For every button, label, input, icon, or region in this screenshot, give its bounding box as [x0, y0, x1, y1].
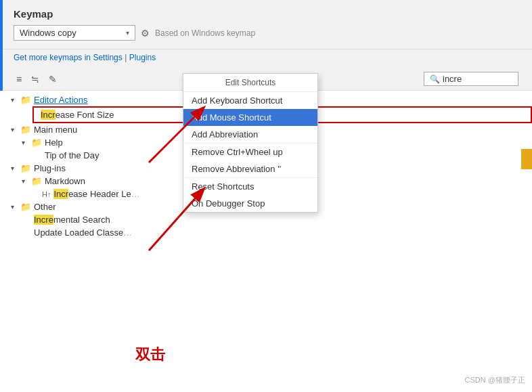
context-menu-title: Edit Shortcuts	[183, 74, 317, 92]
plug-ins-label: Plug-ins	[34, 163, 66, 173]
folder-icon-main-menu: 📁	[20, 125, 31, 135]
collapse-all-button[interactable]: ≒	[28, 72, 42, 86]
edit-button[interactable]: ✎	[46, 72, 60, 86]
settings-link[interactable]: Get more keymaps in Settings	[14, 53, 123, 62]
plugins-link[interactable]: Plugins	[129, 53, 156, 62]
expand-main-menu[interactable]: ▾	[11, 126, 19, 133]
increase-header-label: Increase Header Le…	[53, 189, 139, 199]
incremental-search-label: Incremental Search	[34, 215, 110, 225]
panel-title: Keymap	[14, 8, 518, 20]
increase-font-size-label: Increase Font Size	[41, 110, 114, 120]
keymap-value: Windows copy	[20, 28, 76, 38]
keymap-row: Windows copy ▾ ⚙ Based on Windows keymap	[14, 25, 518, 41]
on-debugger-stop[interactable]: On Debugger Stop	[183, 195, 317, 212]
panel-header: Keymap Windows copy ▾ ⚙ Based on Windows…	[0, 0, 532, 49]
search-box: 🔍	[424, 72, 518, 86]
no-expand-tip	[32, 152, 41, 159]
remove-abbreviation[interactable]: Remove Abbreviation ''	[183, 160, 317, 177]
expand-help[interactable]: ▾	[22, 139, 30, 146]
tree-item-update-loaded[interactable]: Update Loaded Classe…	[0, 226, 532, 239]
expand-all-button[interactable]: ≡	[14, 72, 24, 86]
expand-plug-ins[interactable]: ▾	[11, 165, 19, 172]
expand-editor-actions[interactable]: ▾	[11, 96, 19, 104]
gear-icon[interactable]: ⚙	[141, 28, 150, 39]
settings-panel: Keymap Windows copy ▾ ⚙ Based on Windows…	[0, 0, 532, 392]
help-label: Help	[45, 137, 63, 148]
context-menu: Edit Shortcuts Add Keyboard Shortcut Add…	[183, 73, 318, 213]
reset-shortcuts[interactable]: Reset Shortcuts	[183, 177, 317, 195]
main-menu-label: Main menu	[34, 125, 77, 135]
expand-markdown[interactable]: ▾	[22, 177, 30, 185]
search-icon: 🔍	[430, 74, 440, 84]
folder-icon-editor-actions: 📁	[20, 95, 31, 105]
remove-ctrl-wheel[interactable]: Remove Ctrl+Wheel up	[183, 143, 317, 160]
no-expand-header	[32, 190, 41, 198]
chinese-annotation: 双击	[135, 345, 165, 365]
no-expand-update	[22, 229, 30, 236]
add-keyboard-shortcut[interactable]: Add Keyboard Shortcut	[183, 92, 317, 109]
folder-icon-help: 📁	[31, 137, 42, 148]
add-mouse-shortcut[interactable]: Add Mouse Shortcut	[183, 109, 317, 126]
folder-icon-plug-ins: 📁	[20, 163, 31, 173]
folder-icon-other: 📁	[20, 202, 31, 212]
update-loaded-label: Update Loaded Classe…	[34, 227, 132, 238]
links-row: Get more keymaps in Settings | Plugins	[0, 49, 532, 68]
action-icon-header: H↑	[42, 190, 51, 198]
no-expand-incremental	[22, 216, 30, 223]
other-label: Other	[34, 202, 56, 212]
folder-icon-markdown: 📁	[31, 176, 42, 186]
watermark: CSDN @猪腰子正	[465, 375, 525, 385]
based-on-label: Based on Windows keymap	[155, 28, 255, 38]
add-abbreviation[interactable]: Add Abbreviation	[183, 126, 317, 143]
expand-other[interactable]: ▾	[11, 203, 19, 211]
toolbar-icons: ≡ ≒ ✎	[14, 72, 60, 86]
markdown-label: Markdown	[45, 176, 85, 186]
tip-of-day-label: Tip of the Day	[45, 150, 99, 160]
tree-item-incremental-search[interactable]: Incremental Search	[0, 213, 532, 226]
editor-actions-label[interactable]: Editor Actions	[34, 95, 88, 105]
search-input[interactable]	[443, 74, 510, 84]
keymap-dropdown-arrow: ▾	[126, 29, 129, 37]
keymap-select[interactable]: Windows copy ▾	[14, 25, 135, 41]
right-accent-bar	[521, 149, 532, 169]
